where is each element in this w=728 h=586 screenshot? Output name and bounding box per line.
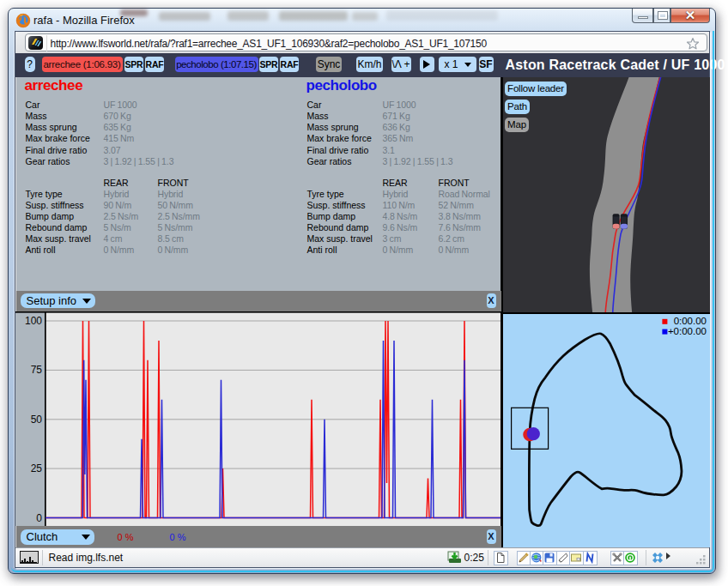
svg-text:+0:00.00: +0:00.00 — [668, 326, 707, 336]
svg-text:75: 75 — [31, 364, 43, 376]
svg-text:50: 50 — [31, 413, 43, 425]
svg-text:100: 100 — [25, 315, 42, 327]
svg-text:0:00.00: 0:00.00 — [673, 316, 706, 326]
svg-text:25: 25 — [31, 462, 43, 474]
svg-text:0: 0 — [36, 511, 42, 523]
